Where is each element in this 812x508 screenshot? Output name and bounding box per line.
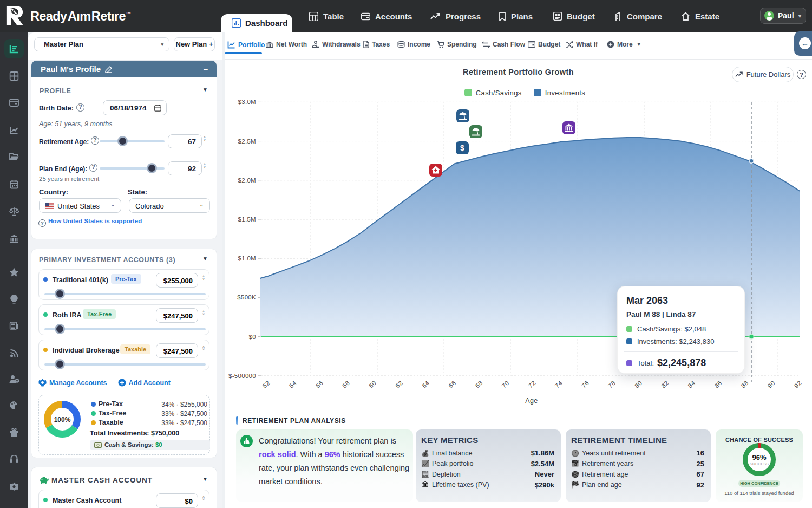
svg-text:96%: 96% xyxy=(752,453,766,461)
svg-text:90: 90 xyxy=(767,380,776,389)
svg-text:SUCCESS: SUCCESS xyxy=(750,462,769,466)
svg-text:$3.0M: $3.0M xyxy=(238,99,256,105)
svg-text:$500K: $500K xyxy=(237,294,256,301)
svg-text:66: 66 xyxy=(447,380,457,389)
svg-text:$2.5M: $2.5M xyxy=(238,138,256,145)
svg-text:100%: 100% xyxy=(54,416,71,424)
svg-text:64: 64 xyxy=(421,380,430,389)
svg-text:54: 54 xyxy=(288,380,298,389)
svg-text:$0: $0 xyxy=(249,334,256,340)
svg-text:62: 62 xyxy=(394,380,404,389)
svg-text:58: 58 xyxy=(341,380,351,389)
svg-text:52: 52 xyxy=(261,380,271,389)
svg-text:84: 84 xyxy=(686,380,696,389)
svg-text:82: 82 xyxy=(660,380,670,389)
svg-text:86: 86 xyxy=(713,380,723,389)
svg-text:60: 60 xyxy=(368,380,377,389)
svg-text:80: 80 xyxy=(633,380,643,389)
svg-text:78: 78 xyxy=(607,380,617,389)
svg-text:Age: Age xyxy=(525,397,538,405)
svg-text:$1.5M: $1.5M xyxy=(238,216,256,223)
svg-text:76: 76 xyxy=(580,380,590,389)
svg-text:$2.0M: $2.0M xyxy=(238,177,256,184)
svg-text:$: $ xyxy=(460,144,464,152)
svg-text:68: 68 xyxy=(474,380,483,389)
svg-text:70: 70 xyxy=(501,380,510,389)
svg-text:92: 92 xyxy=(793,380,803,389)
svg-text:$1.0M: $1.0M xyxy=(238,255,256,262)
svg-text:56: 56 xyxy=(315,380,324,389)
svg-text:72: 72 xyxy=(527,380,537,389)
svg-text:$-500000: $-500000 xyxy=(228,373,256,379)
svg-text:74: 74 xyxy=(554,380,564,389)
svg-text:88: 88 xyxy=(740,380,750,389)
